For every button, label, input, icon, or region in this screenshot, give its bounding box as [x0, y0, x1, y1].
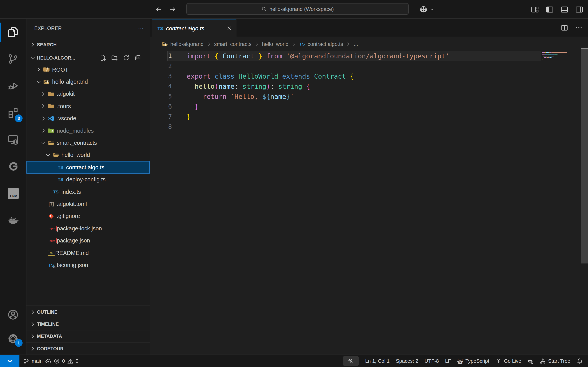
breadcrumb-item[interactable]: hello_world	[262, 41, 289, 47]
forward-arrow-icon[interactable]	[169, 5, 177, 13]
code-line-3[interactable]: export class HelloWorld extends Contract…	[150, 71, 553, 81]
tree-item-deploy-config-ts[interactable]: TSdeploy-config.ts	[26, 173, 150, 186]
remote-indicator-icon: ><	[7, 358, 12, 364]
status-label: Go Live	[504, 358, 521, 364]
customize-layout-icon[interactable]	[531, 5, 539, 13]
tree-item-node-modules[interactable]: JSnode_modules	[26, 125, 150, 137]
tree-item-label: deploy-config.ts	[66, 176, 105, 183]
activity-badge: 3	[15, 114, 23, 122]
code-editor[interactable]: 12345678 import { Contract } from '@algo…	[150, 51, 588, 355]
explorer-sidebar: EXPLORER ⋯ SEARCH HELLO-ALGOR... ROOThel…	[26, 19, 150, 355]
tree-item--algokit[interactable]: .algokit	[26, 88, 150, 100]
section-outline[interactable]: OUTLINE	[26, 306, 150, 318]
copilot-menu[interactable]	[419, 0, 434, 19]
breadcrumb-item[interactable]: TScontract.algo.ts	[299, 41, 343, 47]
tree-item--algokit-toml[interactable]: [T].algokit.toml	[26, 198, 150, 210]
close-icon[interactable]	[226, 25, 232, 31]
status-eol[interactable]: LF	[445, 355, 451, 367]
code-line-7[interactable]: }	[150, 112, 553, 122]
activity-run-debug[interactable]	[0, 72, 26, 99]
folder-icon	[48, 91, 55, 97]
code-line-4[interactable]: hello(name: string): string {	[150, 81, 553, 92]
activity-explorer[interactable]	[0, 19, 26, 46]
minimap[interactable]	[542, 52, 569, 62]
status-start-tree[interactable]: Start Tree	[540, 355, 570, 367]
command-center-search[interactable]: hello-algorand (Workspace)	[186, 3, 409, 15]
section-timeline[interactable]: TIMELINE	[26, 318, 150, 330]
status-remote[interactable]: ><	[0, 355, 19, 367]
section-metadata[interactable]: METADATA	[26, 330, 150, 342]
status-indentation[interactable]: Spaces: 2	[396, 355, 419, 367]
status-problems[interactable]: 00	[54, 355, 78, 367]
status-label: Spaces: 2	[396, 358, 419, 364]
tab-bar: TS contract.algo.ts	[150, 19, 588, 37]
tree-item-root[interactable]: ROOT	[26, 63, 150, 76]
status-branch[interactable]: main	[23, 355, 51, 367]
activity-settings[interactable]: 1	[0, 326, 26, 351]
chevron-down-icon	[40, 140, 48, 146]
code-line-1[interactable]: import { Contract } from '@algorandfound…	[150, 51, 553, 61]
folder-icon	[48, 103, 55, 109]
folder-root-open-icon	[43, 78, 50, 85]
code-line-8[interactable]	[150, 122, 553, 132]
tree-item-smart-contracts[interactable]: smart_contracts	[26, 137, 150, 149]
tree-item-contract-algo-ts[interactable]: TScontract.algo.ts	[26, 161, 150, 173]
npm-icon: npm	[48, 238, 57, 243]
new-file-icon[interactable]	[100, 54, 106, 61]
chevron-right-icon	[30, 333, 36, 340]
activity-extensions[interactable]: 3	[0, 99, 26, 126]
status-go-live[interactable]: Go Live	[495, 355, 521, 367]
code-line-2[interactable]	[150, 61, 553, 71]
tree-item-package-lock-json[interactable]: npmpackage-lock.json	[26, 222, 150, 234]
folder-root-icon	[43, 66, 50, 73]
section-codetour[interactable]: CODETOUR	[26, 342, 150, 355]
status-copilot[interactable]	[528, 355, 533, 367]
tree-item--gitignore[interactable]: .gitignore	[26, 210, 150, 222]
status-encoding[interactable]: UTF-8	[425, 355, 439, 367]
breadcrumb-separator-icon	[206, 42, 211, 47]
workspace-header[interactable]: HELLO-ALGOR...	[26, 52, 150, 63]
status-notifications[interactable]	[577, 355, 583, 367]
back-arrow-icon[interactable]	[155, 5, 162, 13]
toggle-primary-sidebar-icon[interactable]	[546, 5, 554, 13]
new-folder-icon[interactable]	[111, 54, 118, 61]
activity-dotenv[interactable]: .ENV	[0, 180, 26, 207]
code-line-6[interactable]: }	[150, 101, 553, 112]
status-label: 0	[76, 358, 78, 364]
tree-item-hello-world[interactable]: hello_world	[26, 149, 150, 161]
activity-source-control[interactable]	[0, 46, 26, 72]
breadcrumb-item[interactable]: smart_contracts	[214, 41, 251, 47]
status-cursor-position[interactable]: Ln 1, Col 1	[365, 355, 390, 367]
tree-item-package-json[interactable]: npmpackage.json	[26, 234, 150, 247]
activity-remote-explorer[interactable]	[0, 126, 26, 153]
toggle-secondary-sidebar-icon[interactable]	[575, 5, 583, 13]
activity-docker[interactable]	[0, 207, 26, 234]
tree-item-readme-md[interactable]: M↓README.md	[26, 247, 150, 259]
tree-item-hello-algorand[interactable]: hello-algorand	[26, 76, 150, 88]
code-line-5[interactable]: return `Hello, ${name}`	[150, 92, 553, 101]
markdown-icon: M↓	[48, 250, 55, 256]
tree-icon	[540, 358, 546, 364]
activity-account[interactable]	[0, 302, 26, 326]
tree-item-label: README.md	[55, 250, 89, 256]
section-search[interactable]: SEARCH	[26, 37, 150, 52]
tree-item--tours[interactable]: .tours	[26, 100, 150, 112]
split-editor-icon[interactable]	[561, 24, 568, 32]
toggle-panel-icon[interactable]	[560, 5, 569, 13]
sidebar-more-actions[interactable]: ⋯	[138, 25, 144, 32]
activity-algokit[interactable]	[0, 153, 26, 180]
status-zoom-indicator[interactable]	[343, 356, 359, 366]
activity-bar: 3.ENV 1	[0, 19, 26, 355]
section-label: METADATA	[37, 334, 62, 339]
collapse-all-icon[interactable]	[135, 54, 141, 61]
more-actions-icon[interactable]	[575, 24, 583, 32]
status-language[interactable]: {✕}TypeScript	[457, 355, 489, 367]
tree-item-tsconfig-json[interactable]: TS⚙tsconfig.json	[26, 259, 150, 271]
breadcrumb-item[interactable]: hello-algorand	[162, 41, 204, 47]
tree-item-index-ts[interactable]: TSindex.ts	[26, 186, 150, 198]
refresh-icon[interactable]	[123, 54, 129, 61]
tab-contract-algo-ts[interactable]: TS contract.algo.ts	[152, 19, 236, 37]
breadcrumb-item[interactable]: ...	[354, 41, 358, 47]
tree-item--vscode[interactable]: .vscode	[26, 112, 150, 125]
editor-scrollbar[interactable]	[581, 48, 588, 263]
